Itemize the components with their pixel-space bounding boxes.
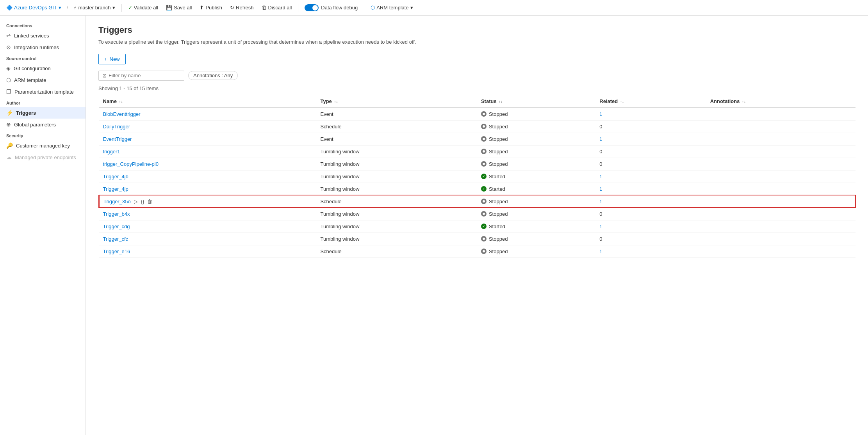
trigger-name-link[interactable]: Trigger_4jp bbox=[103, 186, 128, 192]
trigger-name-link[interactable]: Trigger_35o bbox=[103, 199, 131, 204]
status-text: Started bbox=[489, 186, 505, 192]
related-link[interactable]: 1 bbox=[599, 186, 602, 192]
related-zero: 0 bbox=[595, 120, 706, 133]
trigger-related-cell: 1 bbox=[595, 220, 706, 233]
trigger-name-cell: Trigger_4jb bbox=[99, 170, 317, 183]
trigger-status-cell: Stopped bbox=[477, 245, 595, 257]
sidebar-item-parameterization-template[interactable]: ❐ Parameterization template bbox=[0, 86, 86, 98]
filter-icon: ⧖ bbox=[103, 73, 106, 79]
col-type[interactable]: Type ↑↓ bbox=[316, 95, 477, 108]
related-zero: 0 bbox=[595, 233, 706, 245]
branch-chevron: ▾ bbox=[112, 5, 115, 11]
status-text: Stopped bbox=[489, 111, 508, 117]
sidebar-item-arm-template[interactable]: ⬡ ARM template bbox=[0, 74, 86, 86]
filter-by-name-input[interactable] bbox=[109, 73, 180, 78]
azure-devops-git[interactable]: 🔷 Azure DevOps GIT ▾ bbox=[3, 3, 64, 12]
trigger-related-cell: 1 bbox=[595, 108, 706, 121]
trigger-name-link[interactable]: trigger1 bbox=[103, 149, 120, 154]
trigger-type-cell: Schedule bbox=[316, 120, 477, 133]
trigger-status-cell: Stopped bbox=[477, 120, 595, 133]
trigger-name-link[interactable]: Trigger_cfc bbox=[103, 236, 128, 242]
trigger-name-link[interactable]: trigger_CopyPipeline-pl0 bbox=[103, 161, 159, 167]
trigger-name-link[interactable]: EventTrigger bbox=[103, 136, 132, 142]
author-section-label: Author bbox=[0, 98, 86, 107]
save-all-button[interactable]: 💾 Save all bbox=[163, 3, 195, 12]
col-status[interactable]: Status ↑↓ bbox=[477, 95, 595, 108]
trigger-name-link[interactable]: Trigger_4jb bbox=[103, 174, 128, 179]
related-link[interactable]: 1 bbox=[599, 174, 602, 179]
arm-template-button[interactable]: ⬡ ARM template ▾ bbox=[367, 3, 416, 12]
discard-all-button[interactable]: 🗑 Discard all bbox=[258, 3, 295, 12]
publish-button[interactable]: ⬆ Publish bbox=[196, 3, 225, 12]
code-icon[interactable]: {} bbox=[141, 199, 144, 204]
branch-selector[interactable]: ⑂ master branch ▾ bbox=[70, 3, 118, 12]
publish-icon: ⬆ bbox=[200, 5, 204, 11]
related-link[interactable]: 1 bbox=[599, 136, 602, 142]
trigger-type-cell: Tumbling window bbox=[316, 145, 477, 158]
toggle-switch[interactable] bbox=[305, 4, 319, 11]
discard-icon: 🗑 bbox=[262, 5, 267, 11]
status-text: Stopped bbox=[489, 199, 508, 204]
col-name[interactable]: Name ↑↓ bbox=[99, 95, 317, 108]
trigger-name-link[interactable]: Trigger_e16 bbox=[103, 249, 130, 254]
delete-icon[interactable]: 🗑 bbox=[147, 199, 152, 204]
sidebar-item-git-configuration[interactable]: ◈ Git configuration bbox=[0, 62, 86, 74]
table-row: Trigger_e16ScheduleStopped1 bbox=[99, 245, 856, 257]
col-related[interactable]: Related ↑↓ bbox=[595, 95, 706, 108]
integration-runtimes-icon: ⊙ bbox=[6, 44, 11, 50]
row-actions: ▷{}🗑 bbox=[134, 199, 153, 204]
trigger-name-cell: Trigger_cdg bbox=[99, 220, 317, 233]
trigger-name-cell: Trigger_4jp bbox=[99, 183, 317, 195]
arm-chevron: ▾ bbox=[410, 5, 413, 11]
related-link[interactable]: 1 bbox=[599, 199, 602, 204]
trigger-annotations-cell bbox=[706, 220, 856, 233]
trigger-status-cell: ✓Started bbox=[477, 183, 595, 195]
sidebar-item-managed-private-endpoints: ☁ Managed private endpoints bbox=[0, 151, 86, 163]
trigger-type-cell: Tumbling window bbox=[316, 183, 477, 195]
data-flow-debug-toggle[interactable]: Data flow debug bbox=[301, 3, 361, 13]
triggers-icon: ⚡ bbox=[6, 110, 13, 116]
trigger-name-link[interactable]: Trigger_cdg bbox=[103, 224, 130, 229]
play-icon[interactable]: ▷ bbox=[134, 199, 138, 204]
trigger-type-cell: Tumbling window bbox=[316, 220, 477, 233]
trigger-status-cell: Stopped bbox=[477, 195, 595, 208]
trigger-type-cell: Tumbling window bbox=[316, 170, 477, 183]
sidebar-item-integration-runtimes[interactable]: ⊙ Integration runtimes bbox=[0, 41, 86, 53]
security-section-label: Security bbox=[0, 130, 86, 140]
related-link[interactable]: 1 bbox=[599, 249, 602, 254]
trigger-name-cell: EventTrigger bbox=[99, 133, 317, 145]
validate-all-button[interactable]: ✓ Validate all bbox=[125, 3, 162, 12]
type-sort-icon: ↑↓ bbox=[334, 99, 338, 104]
trigger-status-cell: Stopped bbox=[477, 145, 595, 158]
related-link[interactable]: 1 bbox=[599, 224, 602, 229]
related-link[interactable]: 1 bbox=[599, 111, 602, 117]
trigger-name-link[interactable]: DailyTrigger bbox=[103, 124, 130, 130]
trigger-status-cell: ✓Started bbox=[477, 220, 595, 233]
sidebar-item-global-parameters[interactable]: ⊕ Global parameters bbox=[0, 119, 86, 130]
table-header-row: Name ↑↓ Type ↑↓ Status ↑↓ Related ↑↓ bbox=[99, 95, 856, 108]
trigger-name-link[interactable]: Trigger_b4x bbox=[103, 211, 130, 217]
sidebar-item-customer-managed-key[interactable]: 🔑 Customer managed key bbox=[0, 140, 86, 151]
status-stopped-icon bbox=[481, 149, 487, 154]
sidebar-item-linked-services[interactable]: ⇌ Linked services bbox=[0, 30, 86, 41]
trigger-name-cell: BlobEventtrigger bbox=[99, 108, 317, 121]
trigger-annotations-cell bbox=[706, 133, 856, 145]
status-text: Stopped bbox=[489, 211, 508, 217]
status-stopped-icon bbox=[481, 136, 487, 142]
refresh-button[interactable]: ↻ Refresh bbox=[227, 3, 257, 12]
annotations-filter-badge[interactable]: Annotations : Any bbox=[188, 71, 238, 80]
triggers-table: Name ↑↓ Type ↑↓ Status ↑↓ Related ↑↓ bbox=[98, 95, 856, 258]
trigger-name-link[interactable]: BlobEventtrigger bbox=[103, 111, 141, 117]
page-description: To execute a pipeline set the trigger. T… bbox=[98, 38, 450, 46]
status-text: Stopped bbox=[489, 149, 508, 154]
col-annotations[interactable]: Annotations ↑↓ bbox=[706, 95, 856, 108]
filter-input-wrapper[interactable]: ⧖ bbox=[98, 71, 184, 81]
new-trigger-button[interactable]: + New bbox=[98, 54, 126, 64]
trigger-name-cell: trigger_CopyPipeline-pl0 bbox=[99, 158, 317, 170]
sidebar-item-triggers[interactable]: ⚡ Triggers bbox=[0, 107, 86, 119]
table-row: DailyTriggerScheduleStopped0 bbox=[99, 120, 856, 133]
trigger-related-cell: 1 bbox=[595, 195, 706, 208]
trigger-annotations-cell bbox=[706, 208, 856, 220]
name-sort-icon: ↑↓ bbox=[119, 99, 123, 104]
topbar-divider-1: / bbox=[67, 5, 68, 11]
